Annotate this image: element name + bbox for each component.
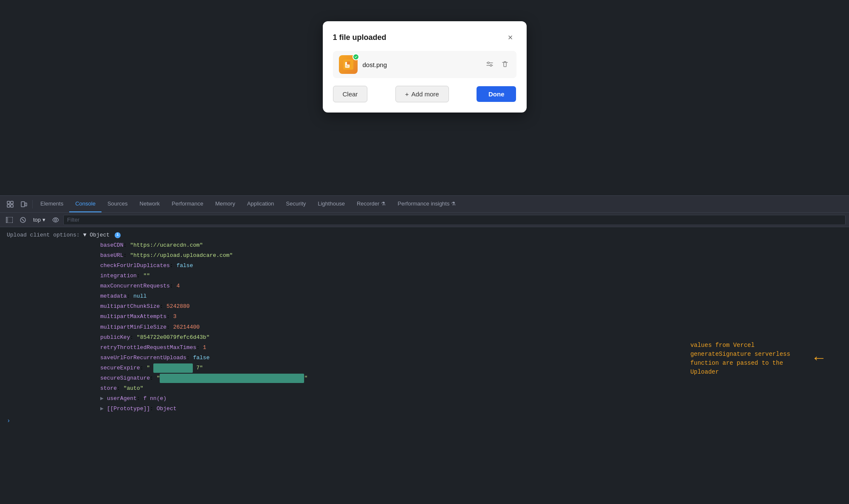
done-button[interactable]: Done [477, 86, 516, 102]
file-actions [484, 59, 511, 71]
prop-prototype: ▶ [[Prototype]]: Object [100, 404, 842, 414]
tab-performance[interactable]: Performance [166, 196, 209, 212]
png-file-icon: PNG [343, 59, 353, 70]
console-output: Upload client options: ▼ Object i baseCD… [0, 227, 849, 504]
upload-modal: 1 file uploaded × PNG [323, 21, 527, 113]
tab-application[interactable]: Application [241, 196, 280, 212]
eye-button[interactable] [50, 216, 62, 224]
annotation: values from Vercel generateSignature ser… [690, 341, 824, 377]
svg-rect-11 [11, 205, 13, 207]
prop-userAgent: ▶ userAgent: f nn(e) [100, 394, 842, 404]
recorder-icon: ⚗ [381, 201, 386, 207]
svg-point-6 [488, 62, 489, 64]
svg-rect-15 [6, 217, 8, 223]
svg-line-17 [22, 219, 24, 221]
tab-lighthouse[interactable]: Lighthouse [312, 196, 351, 212]
tab-recorder[interactable]: Recorder ⚗ [351, 196, 392, 212]
file-item: PNG dost.png [333, 51, 516, 78]
tab-console[interactable]: Console [69, 196, 102, 212]
console-prompt-line: › [7, 414, 842, 428]
console-line-main: Upload client options: ▼ Object i [7, 231, 842, 240]
modal-title: 1 file uploaded [333, 33, 386, 42]
prop-integration: integration: "" [100, 271, 842, 281]
tab-sources[interactable]: Sources [102, 196, 134, 212]
devtools-toolbar: top ▾ [0, 213, 849, 227]
performance-insights-icon: ⚗ [451, 201, 456, 207]
svg-point-7 [490, 65, 492, 66]
tab-security[interactable]: Security [280, 196, 312, 212]
context-dropdown[interactable]: top ▾ [31, 215, 48, 224]
clear-button[interactable]: Clear [333, 86, 368, 102]
devtools-panel: Elements Console Sources Network Perform… [0, 195, 849, 504]
svg-rect-12 [21, 202, 25, 207]
file-delete-button[interactable] [499, 59, 511, 71]
svg-rect-2 [347, 62, 350, 65]
chevron-down-icon: ▾ [42, 217, 45, 223]
modal-footer: Clear + Add more Done [333, 86, 516, 102]
prop-multipartMinFileSize: multipartMinFileSize: 26214400 [100, 322, 842, 332]
info-badge: i [115, 232, 121, 238]
modal-header: 1 file uploaded × [333, 31, 516, 43]
sidebar-toggle-button[interactable] [3, 216, 15, 224]
add-more-button[interactable]: + Add more [395, 86, 449, 102]
svg-rect-13 [25, 203, 27, 206]
secure-expire-value [153, 363, 193, 373]
annotation-arrow-icon: ← [814, 351, 824, 366]
file-icon-wrap: PNG [339, 55, 358, 74]
svg-rect-9 [11, 201, 13, 204]
prop-baseURL: baseURL: "https://upload.uploadcare.com" [100, 251, 842, 261]
modal-close-button[interactable]: × [505, 31, 516, 43]
tab-separator [32, 200, 33, 208]
devtools-tabs: Elements Console Sources Network Perform… [0, 196, 849, 213]
tab-performance-insights[interactable]: Performance insights ⚗ [392, 196, 462, 212]
browser-area: 1 file uploaded × PNG [0, 0, 849, 195]
check-badge [353, 53, 359, 60]
clear-console-button[interactable] [17, 215, 29, 225]
secure-signature-value [160, 374, 304, 383]
filter-input[interactable] [63, 215, 846, 225]
devtools-inspect-button[interactable] [3, 196, 17, 212]
svg-rect-10 [7, 205, 10, 207]
file-name: dost.png [363, 61, 479, 68]
devtools-device-button[interactable] [17, 196, 31, 212]
svg-point-18 [55, 219, 57, 221]
prop-checkForUrlDuplicates: checkForUrlDuplicates: false [100, 261, 842, 271]
tab-memory[interactable]: Memory [209, 196, 241, 212]
tab-network[interactable]: Network [134, 196, 166, 212]
prop-maxConcurrentRequests: maxConcurrentRequests: 4 [100, 281, 842, 291]
plus-icon: + [405, 90, 409, 98]
prop-store: store: "auto" [100, 383, 842, 394]
file-settings-button[interactable] [484, 59, 495, 71]
console-prompt-icon: › [7, 414, 10, 427]
prop-baseCDN: baseCDN: "https://ucarecdn.com" [100, 240, 842, 251]
console-label: Upload client options: [7, 231, 80, 240]
prop-multipartChunkSize: multipartChunkSize: 5242880 [100, 301, 842, 312]
svg-rect-8 [7, 201, 10, 204]
svg-text:PNG: PNG [346, 65, 349, 67]
prop-multipartMaxAttempts: multipartMaxAttempts: 3 [100, 312, 842, 322]
object-properties: baseCDN: "https://ucarecdn.com" baseURL:… [7, 240, 842, 414]
prop-metadata: metadata: null [100, 291, 842, 301]
console-object: ▼ Object i [83, 231, 121, 240]
tab-elements[interactable]: Elements [34, 196, 69, 212]
annotation-text: values from Vercel generateSignature ser… [690, 341, 809, 377]
